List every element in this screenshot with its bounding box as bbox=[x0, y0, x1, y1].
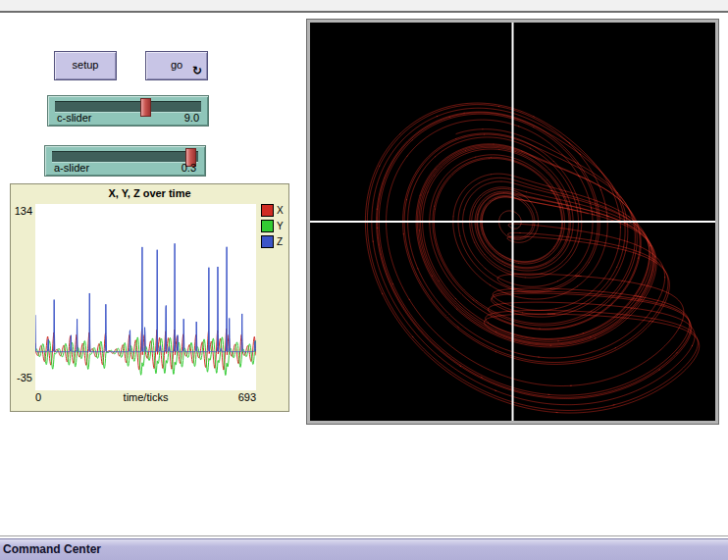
legend-swatch-z bbox=[261, 235, 274, 248]
go-button-label: go bbox=[171, 59, 182, 71]
a-slider-value: 0.3 bbox=[182, 162, 196, 174]
legend-label-z: Z bbox=[277, 235, 283, 248]
forever-icon: ↻ bbox=[192, 65, 202, 76]
world-view[interactable] bbox=[306, 19, 719, 425]
plot-canvas bbox=[35, 204, 256, 390]
legend-label-y: Y bbox=[277, 220, 284, 232]
command-center-title: Command Center bbox=[3, 539, 101, 560]
world-view-canvas[interactable] bbox=[310, 23, 715, 421]
plot-title: X, Y, Z over time bbox=[11, 187, 288, 199]
c-slider[interactable]: c-slider 9.0 bbox=[47, 95, 209, 127]
plot-widget: X, Y, Z over time 134 -35 0 time/ticks 6… bbox=[10, 183, 289, 412]
plot-ymax-label: 134 bbox=[13, 205, 32, 217]
command-center-divider bbox=[0, 535, 728, 536]
netlogo-interface: setup go ↻ c-slider 9.0 a-slider 0.3 X, … bbox=[0, 0, 728, 560]
c-slider-value: 9.0 bbox=[184, 112, 199, 124]
c-slider-label: c-slider bbox=[57, 112, 91, 124]
plot-ymin-label: -35 bbox=[13, 372, 32, 383]
go-button[interactable]: go ↻ bbox=[145, 51, 208, 80]
c-slider-handle[interactable] bbox=[140, 98, 151, 117]
a-slider-label: a-slider bbox=[54, 162, 89, 174]
a-slider[interactable]: a-slider 0.3 bbox=[44, 145, 206, 177]
legend-label-x: X bbox=[277, 204, 284, 217]
legend-swatch-y bbox=[261, 220, 274, 232]
toolbar-divider bbox=[0, 0, 728, 13]
plot-xmax-label: 693 bbox=[35, 391, 256, 403]
setup-button[interactable]: setup bbox=[54, 51, 117, 80]
command-center-bar[interactable]: Command Center bbox=[0, 538, 728, 560]
legend-swatch-x bbox=[261, 204, 274, 217]
